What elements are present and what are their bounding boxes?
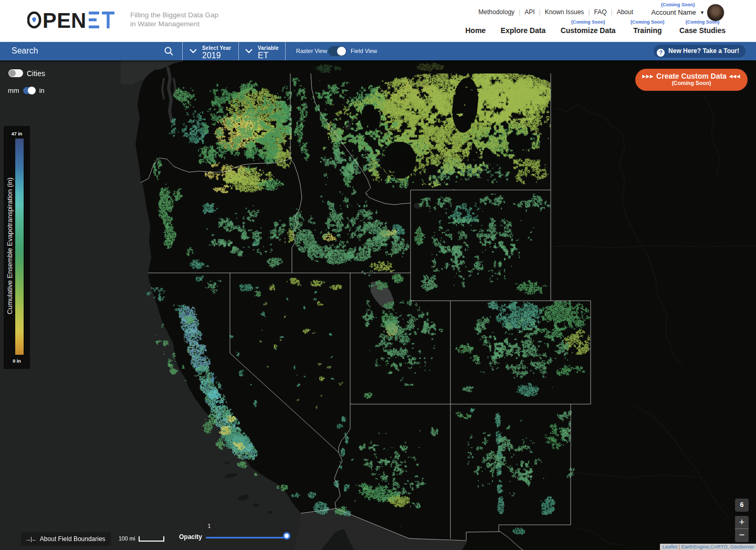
svg-text:PEN: PEN — [43, 12, 87, 28]
